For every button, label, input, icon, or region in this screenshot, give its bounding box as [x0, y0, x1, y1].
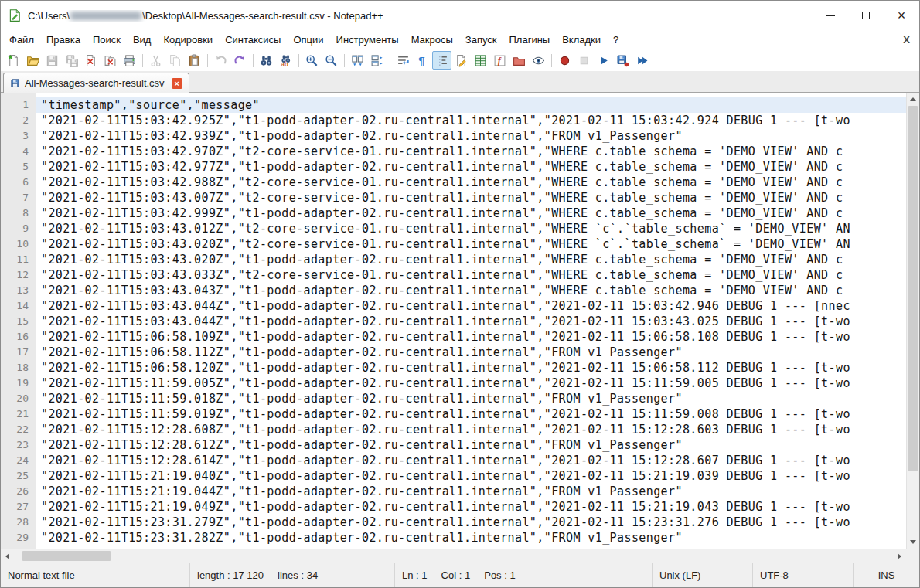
print-button[interactable] [120, 51, 139, 70]
scroll-right-button[interactable] [893, 549, 906, 563]
menu-item-file[interactable]: Файл [3, 32, 40, 48]
find-button[interactable] [257, 51, 276, 70]
status-eol-format[interactable]: Unix (LF) [653, 563, 753, 587]
menu-item-macro[interactable]: Макросы [405, 32, 459, 48]
function-list-button[interactable]: f [490, 51, 509, 70]
run-macro-multiple-button[interactable] [632, 51, 652, 70]
close-all-button[interactable] [101, 51, 120, 70]
code-line-18[interactable]: "2021-02-11T15:06:58.120Z","t1-podd-adap… [36, 360, 906, 376]
code-line-10[interactable]: "2021-02-11T15:03:43.020Z","t2-core-serv… [36, 236, 906, 252]
define-language-button[interactable] [451, 51, 471, 70]
maximize-button[interactable] [848, 1, 884, 30]
code-line-3[interactable]: "2021-02-11T15:03:42.939Z","t1-podd-adap… [36, 128, 906, 144]
code-line-20[interactable]: "2021-02-11T15:11:59.018Z","t1-podd-adap… [36, 391, 906, 406]
code-line-2[interactable]: "2021-02-11T15:03:42.925Z","t1-podd-adap… [36, 113, 906, 128]
redo-button[interactable] [230, 51, 250, 70]
scrollbar-corner [906, 549, 919, 563]
function-list-icon: f [493, 54, 506, 67]
toolbar-separator [298, 54, 299, 67]
code-line-5[interactable]: "2021-02-11T15:03:42.977Z","t1-podd-adap… [36, 159, 906, 175]
code-line-24[interactable]: "2021-02-11T15:12:28.614Z","t1-podd-adap… [36, 453, 906, 468]
play-macro-button[interactable] [594, 51, 613, 70]
open-file-button[interactable] [23, 51, 43, 70]
line-number: 3 [1, 128, 36, 144]
zoom-out-button[interactable] [322, 51, 341, 70]
save-macro-button[interactable] [613, 51, 632, 70]
line-number: 21 [1, 406, 36, 422]
line-number: 12 [1, 267, 36, 283]
record-macro-button[interactable] [555, 51, 574, 70]
menu-item-tools[interactable]: Инструменты [330, 32, 405, 48]
scroll-up-button[interactable] [907, 93, 919, 106]
code-line-22[interactable]: "2021-02-11T15:12:28.608Z","t1-podd-adap… [36, 422, 906, 437]
word-wrap-button[interactable] [394, 51, 413, 70]
horizontal-scrollbar[interactable] [1, 549, 906, 563]
code-line-11[interactable]: "2021-02-11T15:03:43.020Z","t1-podd-adap… [36, 252, 906, 267]
sync-vertical-scroll-button[interactable] [348, 51, 367, 70]
code-line-1[interactable]: "timestamp","source","message" [36, 97, 906, 113]
code-line-13[interactable]: "2021-02-11T15:03:43.043Z","t1-podd-adap… [36, 283, 906, 298]
code-line-4[interactable]: "2021-02-11T15:03:42.970Z","t2-core-serv… [36, 144, 906, 159]
folder-as-workspace-button[interactable] [509, 51, 529, 70]
vertical-scroll-track[interactable] [907, 106, 919, 535]
vertical-scroll-thumb[interactable] [908, 106, 918, 471]
code-line-28[interactable]: "2021-02-11T15:23:31.279Z","t1-podd-adap… [36, 515, 906, 530]
code-line-17[interactable]: "2021-02-11T15:06:58.112Z","t1-podd-adap… [36, 345, 906, 360]
status-insert-mode[interactable]: INS [854, 563, 919, 587]
scroll-down-button[interactable] [907, 535, 919, 549]
menu-item-search[interactable]: Поиск [87, 32, 127, 48]
code-line-21[interactable]: "2021-02-11T15:11:59.019Z","t1-podd-adap… [36, 406, 906, 422]
menu-item-encoding[interactable]: Кодировки [157, 32, 219, 48]
line-number: 22 [1, 422, 36, 437]
menu-item-settings[interactable]: Опции [287, 32, 329, 48]
sync-horizontal-scroll-button[interactable] [367, 51, 387, 70]
menu-item-language[interactable]: Синтаксисы [219, 32, 287, 48]
code-line-7[interactable]: "2021-02-11T15:03:43.007Z","t2-core-serv… [36, 190, 906, 206]
menu-item-plugins[interactable]: Плагины [503, 32, 557, 48]
menu-item-view[interactable]: Вид [127, 32, 158, 48]
code-line-6[interactable]: "2021-02-11T15:03:42.988Z","t2-core-serv… [36, 175, 906, 190]
text-content[interactable]: "timestamp","source","message""2021-02-1… [36, 93, 906, 549]
new-file-button[interactable] [4, 51, 23, 70]
horizontal-scroll-track[interactable] [14, 549, 893, 563]
vertical-scrollbar[interactable] [906, 93, 919, 549]
code-line-19[interactable]: "2021-02-11T15:11:59.005Z","t1-podd-adap… [36, 376, 906, 391]
maximize-icon [862, 12, 870, 19]
menu-close-document-x[interactable]: X [903, 34, 910, 46]
paste-button[interactable] [185, 51, 204, 70]
code-line-26[interactable]: "2021-02-11T15:21:19.044Z","t1-podd-adap… [36, 484, 906, 499]
line-number: 9 [1, 221, 36, 236]
tab-label: All-Messages-search-result.csv [25, 77, 165, 89]
show-all-characters-button[interactable]: ¶ [413, 51, 432, 70]
scroll-left-button[interactable] [1, 549, 14, 563]
close-file-button[interactable] [81, 51, 101, 70]
menu-item-edit[interactable]: Правка [40, 32, 87, 48]
line-number: 15 [1, 314, 36, 329]
show-indent-guide-button[interactable] [432, 51, 451, 70]
svg-text:ab: ab [281, 59, 288, 66]
replace-button[interactable]: ab [276, 51, 295, 70]
code-line-15[interactable]: "2021-02-11T15:03:43.044Z","t1-podd-adap… [36, 314, 906, 329]
word-wrap-icon [397, 54, 410, 67]
code-line-29[interactable]: "2021-02-11T15:23:31.282Z","t1-podd-adap… [36, 530, 906, 546]
code-line-16[interactable]: "2021-02-11T15:06:58.109Z","t1-podd-adap… [36, 329, 906, 345]
tab-all-messages-search-result[interactable]: All-Messages-search-result.csv × [3, 73, 189, 93]
document-monitor-button[interactable] [529, 51, 548, 70]
minimize-button[interactable] [813, 1, 848, 30]
code-line-27[interactable]: "2021-02-11T15:21:19.049Z","t1-podd-adap… [36, 499, 906, 515]
menu-item-help[interactable]: ? [607, 32, 625, 48]
zoom-in-button[interactable] [302, 51, 322, 70]
code-line-23[interactable]: "2021-02-11T15:12:28.612Z","t1-podd-adap… [36, 437, 906, 453]
menu-item-run[interactable]: Запуск [459, 32, 503, 48]
code-line-14[interactable]: "2021-02-11T15:03:43.044Z","t1-podd-adap… [36, 298, 906, 314]
code-line-25[interactable]: "2021-02-11T15:21:19.040Z","t1-podd-adap… [36, 468, 906, 484]
document-map-button[interactable] [471, 51, 490, 70]
close-button[interactable]: × [884, 1, 919, 30]
code-line-12[interactable]: "2021-02-11T15:03:43.033Z","t2-core-serv… [36, 267, 906, 283]
code-line-9[interactable]: "2021-02-11T15:03:43.012Z","t2-core-serv… [36, 221, 906, 236]
status-encoding[interactable]: UTF-8 [753, 563, 854, 587]
menu-item-tabs[interactable]: Вкладки [556, 32, 607, 48]
code-line-8[interactable]: "2021-02-11T15:03:42.999Z","t1-podd-adap… [36, 206, 906, 221]
tab-close-icon[interactable]: × [172, 78, 182, 89]
horizontal-scroll-thumb[interactable] [22, 551, 111, 561]
